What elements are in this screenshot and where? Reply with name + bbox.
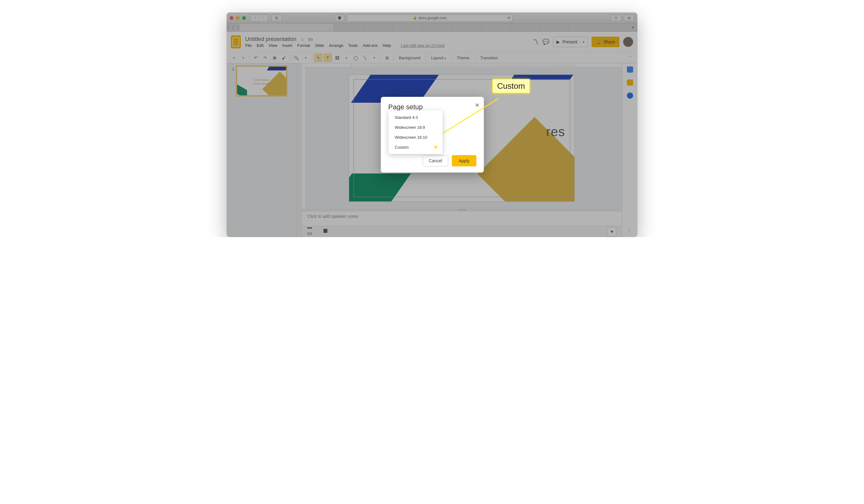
star-icon[interactable]: ☆	[300, 36, 304, 42]
slides-logo-icon[interactable]	[231, 35, 241, 48]
share-browser-button[interactable]: ⇧	[611, 15, 621, 21]
share-button[interactable]: 🔒 Share	[591, 37, 620, 47]
calendar-icon[interactable]	[627, 67, 633, 73]
menu-help[interactable]: Help	[383, 43, 391, 48]
slide-thumb-row[interactable]: 1 Latest Figures The End-of-Year Report	[232, 67, 297, 96]
option-custom[interactable]: Custom	[388, 142, 443, 152]
share-label: Share	[604, 39, 615, 44]
activity-icon[interactable]: 〽	[532, 38, 539, 46]
browser-tab[interactable]	[334, 24, 363, 31]
comments-icon[interactable]: 💬	[542, 38, 549, 45]
browser-tabstrip: ⋮⋮⋮ ＋	[227, 24, 637, 32]
background-button[interactable]: Background	[396, 56, 423, 60]
line-tool[interactable]: ╲	[361, 54, 369, 62]
browser-tab[interactable]	[452, 24, 481, 31]
option-widescreen-16-10[interactable]: Widescreen 16:10	[388, 132, 443, 142]
browser-tab[interactable]	[481, 24, 511, 31]
browser-tab[interactable]	[393, 24, 422, 31]
image-menu-icon[interactable]: ▾	[342, 54, 350, 62]
print-button[interactable]: 🖶	[270, 54, 278, 62]
browser-tab[interactable]	[422, 24, 452, 31]
minimize-window-icon[interactable]	[236, 16, 240, 20]
thumbs-scrollbar[interactable]	[297, 63, 302, 237]
browser-tab[interactable]	[510, 24, 540, 31]
browser-tab[interactable]	[540, 24, 569, 31]
browser-tab[interactable]	[569, 24, 599, 31]
add-comment-button[interactable]: ⊞	[383, 54, 391, 62]
slide-thumbnail[interactable]: Latest Figures The End-of-Year Report	[237, 67, 286, 96]
present-button[interactable]: ▶ Present ▾	[553, 37, 587, 47]
browser-titlebar: 〈 〉 ▥ 🔒 docs.google.com ⟳ ⇧ ⧉	[227, 12, 637, 24]
menu-edit[interactable]: Edit	[257, 43, 263, 48]
account-avatar[interactable]	[623, 37, 633, 47]
explore-button[interactable]: ✦	[607, 227, 616, 237]
menu-slide[interactable]: Slide	[315, 43, 324, 48]
new-slide-button[interactable]: ＋	[230, 54, 238, 62]
window-controls	[230, 16, 246, 20]
address-bar[interactable]: 🔒 docs.google.com ⟳	[347, 14, 513, 22]
menu-format[interactable]: Format	[297, 43, 310, 48]
close-icon[interactable]: ✕	[475, 102, 479, 109]
menu-file[interactable]: File	[245, 43, 252, 48]
option-label: Custom	[395, 145, 409, 149]
menu-addons[interactable]: Add-ons	[363, 43, 378, 48]
splitter-handle[interactable]	[302, 208, 622, 211]
shape-tool[interactable]: ◯	[352, 54, 360, 62]
maximize-window-icon[interactable]	[242, 16, 246, 20]
google-apps-icon[interactable]: ⋮⋮⋮	[227, 24, 240, 31]
filmstrip-view-button[interactable]: ▭	[307, 227, 312, 236]
highlight-dot-icon	[434, 146, 437, 148]
present-options-icon[interactable]: ▾	[580, 40, 584, 44]
speaker-notes[interactable]: Click to add speaker notes	[302, 211, 622, 226]
horizontal-ruler	[302, 63, 622, 68]
tabs-overview-button[interactable]: ⧉	[624, 15, 634, 21]
lock-icon: 🔒	[596, 39, 601, 44]
menu-view[interactable]: View	[268, 43, 277, 48]
browser-tab[interactable]	[599, 24, 628, 31]
select-tool[interactable]: ↖	[314, 54, 322, 62]
menu-insert[interactable]: Insert	[282, 43, 292, 48]
sidebar-toggle[interactable]: ▥	[271, 15, 282, 21]
zoom-menu-icon[interactable]: ▾	[302, 54, 310, 62]
keep-icon[interactable]	[627, 80, 633, 86]
back-button[interactable]: 〈	[250, 15, 259, 21]
present-icon: ▶	[556, 39, 560, 44]
menu-tools[interactable]: Tools	[348, 43, 358, 48]
collapse-toolbar-icon[interactable]: ˆ	[626, 54, 634, 62]
paint-format-button[interactable]: 🖌	[280, 54, 288, 62]
slide-panel: 1 Latest Figures The End-of-Year Report	[227, 63, 297, 237]
menu-arrange[interactable]: Arrange	[329, 43, 343, 48]
forward-button[interactable]: 〉	[259, 15, 268, 21]
move-folder-icon[interactable]: 🗁	[308, 37, 313, 42]
redo-button[interactable]: ↷	[261, 54, 269, 62]
side-panel-toggle[interactable]: 〉	[628, 228, 632, 233]
new-slide-menu-icon[interactable]: ▾	[239, 54, 247, 62]
nav-arrows: 〈 〉	[250, 14, 268, 22]
theme-button[interactable]: Theme	[454, 56, 472, 60]
reload-icon[interactable]: ⟳	[507, 16, 511, 20]
slide-title-fragment: res	[546, 124, 565, 139]
browser-tab[interactable]	[363, 24, 393, 31]
close-window-icon[interactable]	[230, 16, 233, 20]
document-title[interactable]: Untitled presentation	[245, 36, 296, 43]
grid-view-button[interactable]: ▦	[323, 227, 328, 236]
annotation-callout: Custom	[492, 79, 530, 93]
option-standard-4-3[interactable]: Standard 4:3	[388, 112, 443, 122]
last-edit-link[interactable]: Last edit was on 23 April	[401, 43, 445, 48]
zoom-button[interactable]: 🔍	[292, 54, 300, 62]
layout-button[interactable]: Layout ▾	[428, 56, 449, 60]
transition-button[interactable]: Transition	[477, 56, 501, 60]
new-tab-button[interactable]: ＋	[628, 24, 637, 31]
option-label: Widescreen 16:10	[395, 135, 427, 140]
image-tool[interactable]: 🖼	[333, 54, 341, 62]
undo-button[interactable]: ↶	[252, 54, 260, 62]
privacy-report-button[interactable]	[335, 15, 345, 21]
textbox-tool[interactable]: T	[324, 54, 332, 62]
browser-tab-active[interactable]	[240, 24, 334, 31]
option-widescreen-16-9[interactable]: Widescreen 16:9	[388, 122, 443, 132]
lock-icon: 🔒	[413, 16, 417, 20]
tasks-icon[interactable]	[627, 93, 633, 99]
cancel-button[interactable]: Cancel	[423, 155, 448, 166]
apply-button[interactable]: Apply	[452, 155, 476, 166]
line-menu-icon[interactable]: ▾	[370, 54, 378, 62]
